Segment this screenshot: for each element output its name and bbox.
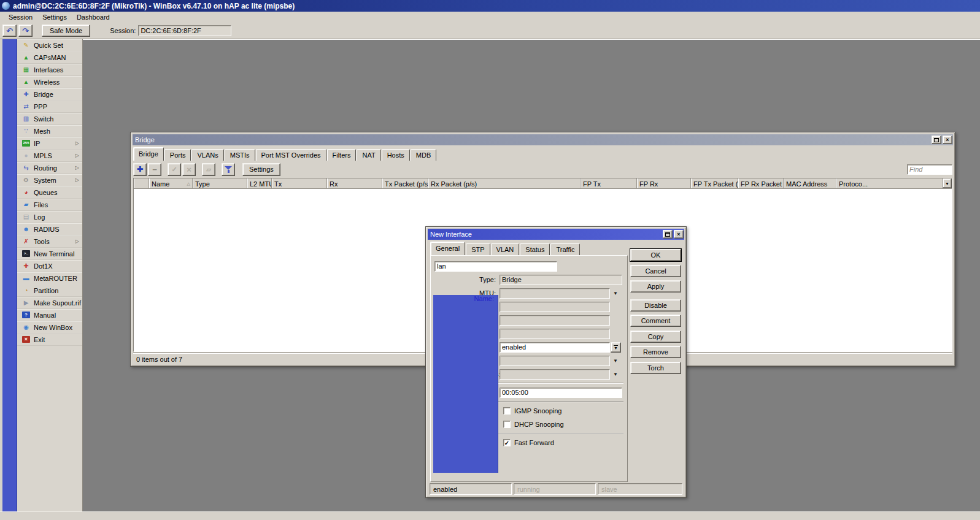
sidebar-item-mesh[interactable]: ∵Mesh: [17, 125, 82, 137]
sidebar-item-bridge[interactable]: ✚Bridge: [17, 88, 82, 101]
column-header-rx[interactable]: Rx: [327, 178, 382, 188]
sidebar-item-wireless[interactable]: ▲Wireless: [17, 76, 82, 88]
arp-dropdown-button[interactable]: ▼: [611, 342, 621, 353]
igmp-snooping-checkbox[interactable]: [503, 407, 511, 415]
dialog-close-button[interactable]: ×: [674, 230, 684, 239]
remove-button[interactable]: Remove: [630, 346, 681, 358]
undo-button[interactable]: ↶: [2, 25, 17, 37]
settings-button[interactable]: Settings: [242, 163, 280, 176]
column-header-fp-tx[interactable]: FP Tx: [581, 178, 637, 188]
sidebar-item-radius[interactable]: ☻RADIUS: [17, 223, 82, 235]
column-header-type[interactable]: Type: [193, 178, 247, 188]
torch-button[interactable]: Torch: [630, 362, 681, 374]
dropdown-arrow-icon[interactable]: ▼: [610, 358, 621, 364]
sidebar-item-tools[interactable]: ✗Tools▷: [17, 235, 82, 248]
sidebar-item-log[interactable]: ▤Log: [17, 211, 82, 223]
sidebar-item-dot1x[interactable]: ✚Dot1X: [17, 260, 82, 272]
column-header-l2-mtu[interactable]: L2 MTU: [247, 178, 272, 188]
log-icon: ▤: [21, 213, 31, 221]
sidebar-item-interfaces[interactable]: ▦Interfaces: [17, 64, 82, 76]
column-header-fp-rx-packet-p-s[interactable]: FP Rx Packet (p/s): [738, 178, 784, 188]
column-header-fp-tx-packet-p-s[interactable]: FP Tx Packet (p/s): [691, 178, 738, 188]
sidebar-item-ppp[interactable]: ⇄PPP: [17, 101, 82, 113]
dialog-tab-traffic[interactable]: Traffic: [550, 243, 580, 255]
bridge-tab-ports[interactable]: Ports: [164, 149, 191, 161]
sidebar-item-mpls[interactable]: ●MPLS▷: [17, 150, 82, 162]
comment-button[interactable]: Comment: [630, 315, 681, 327]
sidebar-item-ip[interactable]: 255IP▷: [17, 137, 82, 150]
apply-button[interactable]: Apply: [630, 280, 681, 292]
menu-settings[interactable]: Settings: [37, 12, 72, 22]
app-titlebar[interactable]: admin@DC:2C:6E:6D:8F:2F (MikroTik) - Win…: [0, 0, 980, 12]
sidebar-item-metarouter[interactable]: ▬MetaROUTER: [17, 272, 82, 285]
sidebar-item-queues[interactable]: ◕Queues: [17, 186, 82, 199]
menubar: SessionSettingsDashboard: [0, 12, 980, 23]
sidebar-item-quick-set[interactable]: ✎Quick Set: [17, 39, 82, 52]
dialog-tab-status[interactable]: Status: [520, 243, 550, 255]
bridge-tab-port-mst-overrides[interactable]: Port MST Overrides: [256, 149, 326, 161]
sidebar-item-capsman[interactable]: ▲CAPsMAN: [17, 52, 82, 64]
column-header-protoco[interactable]: Protoco...: [836, 178, 943, 188]
fast-forward-checkbox[interactable]: ✓: [503, 439, 511, 446]
menu-dashboard[interactable]: Dashboard: [72, 12, 115, 22]
bridge-window-titlebar[interactable]: Bridge ×: [133, 134, 953, 145]
bridge-tab-filters[interactable]: Filters: [327, 149, 357, 161]
bridge-tab-bridge[interactable]: Bridge: [133, 147, 164, 161]
dhcp-snooping-checkbox[interactable]: [503, 421, 511, 428]
add-button[interactable]: ✚: [133, 163, 147, 176]
disable-button[interactable]: Disable: [630, 299, 681, 312]
sidebar-item-label: Files: [34, 201, 82, 208]
column-picker-button[interactable]: ▼: [943, 178, 952, 188]
bridge-tab-vlans[interactable]: VLANs: [191, 149, 223, 161]
bridge-tab-mdb[interactable]: MDB: [411, 149, 436, 161]
comment-button[interactable]: ▱: [202, 163, 215, 176]
sidebar-item-manual[interactable]: ?Manual: [17, 309, 82, 321]
bridge-tab-hosts[interactable]: Hosts: [382, 149, 410, 161]
remove-button[interactable]: −: [148, 163, 161, 176]
dialog-titlebar[interactable]: New Interface ×: [428, 229, 684, 240]
copy-button[interactable]: Copy: [630, 331, 681, 343]
dialog-tab-vlan[interactable]: VLAN: [491, 243, 520, 255]
dialog-tab-stp[interactable]: STP: [466, 243, 490, 255]
bridge-tab-nat[interactable]: NAT: [357, 149, 380, 161]
menu-session[interactable]: Session: [4, 12, 37, 22]
column-header-tx[interactable]: Tx: [272, 178, 327, 188]
column-header-name[interactable]: Name△: [149, 178, 193, 188]
safe-mode-button[interactable]: Safe Mode: [42, 25, 90, 37]
sidebar-item-new-terminal[interactable]: >_New Terminal: [17, 248, 82, 260]
disable-button[interactable]: ×: [182, 163, 196, 176]
sidebar-item-new-winbox[interactable]: ◉New WinBox: [17, 321, 82, 334]
column-header-tx-packet-p-s[interactable]: Tx Packet (p/s): [382, 178, 428, 188]
bridge-tab-mstis[interactable]: MSTIs: [225, 149, 255, 161]
sidebar-item-label: Exit: [34, 336, 82, 343]
dialog-tab-general[interactable]: General: [430, 242, 465, 255]
cancel-button[interactable]: Cancel: [630, 265, 681, 277]
column-header-fp-rx[interactable]: FP Rx: [637, 178, 691, 188]
field-row-name: Name:: [431, 259, 627, 273]
find-input[interactable]: [907, 164, 952, 175]
sidebar-item-exit[interactable]: ×Exit: [17, 334, 82, 346]
sidebar-item-routing[interactable]: ⇆Routing▷: [17, 162, 82, 174]
column-header-rx-packet-p-s[interactable]: Rx Packet (p/s): [428, 178, 581, 188]
system-icon: ⚙: [21, 176, 31, 184]
dialog-maximize-button[interactable]: [663, 230, 673, 239]
dropdown-arrow-icon[interactable]: ▼: [610, 372, 621, 377]
ageing-time-input[interactable]: [500, 388, 622, 398]
sidebar-item-make-supout-rif[interactable]: ▶Make Supout.rif: [17, 297, 82, 309]
column-select[interactable]: [134, 178, 149, 188]
close-button[interactable]: ×: [943, 136, 952, 144]
enable-button[interactable]: ✓: [168, 163, 181, 176]
column-header-mac-address[interactable]: MAC Address: [784, 178, 836, 188]
name-input[interactable]: [434, 261, 557, 272]
sidebar-item-files[interactable]: ▰Files: [17, 199, 82, 211]
sidebar-item-partition[interactable]: ◔Partition: [17, 285, 82, 297]
arp-input[interactable]: [500, 342, 610, 353]
ok-button[interactable]: OK: [630, 249, 681, 261]
session-input[interactable]: [138, 25, 231, 36]
dropdown-arrow-icon[interactable]: ▼: [610, 291, 621, 296]
sidebar-item-system[interactable]: ⚙System▷: [17, 174, 82, 186]
sidebar-item-switch[interactable]: ▥Switch: [17, 113, 82, 125]
maximize-button[interactable]: [932, 136, 941, 144]
redo-button[interactable]: ↷: [18, 25, 33, 37]
filter-button[interactable]: [222, 163, 235, 176]
